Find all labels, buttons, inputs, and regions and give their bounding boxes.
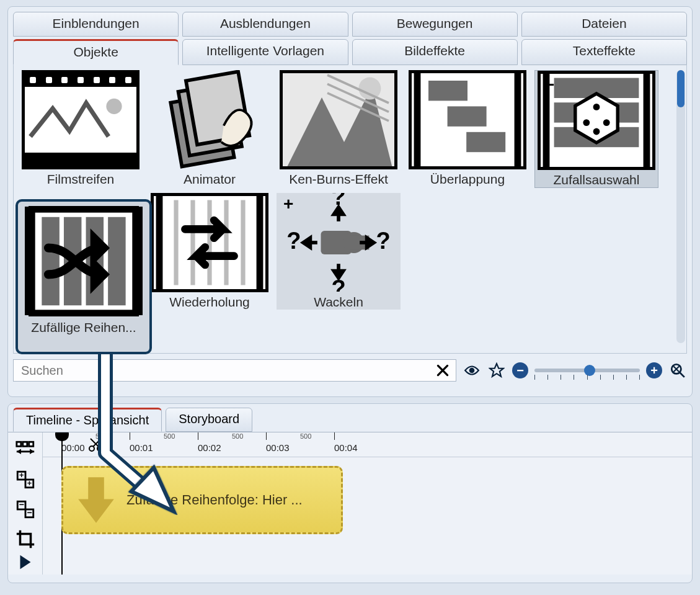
drag-arrow-icon <box>81 335 205 515</box>
animator-icon <box>151 70 268 169</box>
item-wiederholung[interactable]: Wiederholung <box>148 193 272 310</box>
svg-marker-56 <box>95 239 104 256</box>
tab-row-bottom: Objekte Intelligente Vorlagen Bildeffekt… <box>13 39 687 65</box>
item-label: Zufallsauswahl <box>535 172 658 187</box>
reset-zoom-icon[interactable] <box>668 361 687 380</box>
svg-text:−: − <box>19 499 24 509</box>
drag-card-zufaellige-reihenfolge[interactable]: Zufällige Reihen... <box>16 199 152 354</box>
svg-text:+: + <box>19 470 23 480</box>
item-animator[interactable]: Animator <box>148 70 272 188</box>
svg-rect-58 <box>16 442 20 446</box>
svg-point-0 <box>106 99 122 114</box>
shuffle-icon <box>25 207 143 315</box>
svg-marker-18 <box>575 94 618 143</box>
search-box[interactable] <box>13 359 456 382</box>
svg-point-19 <box>593 104 600 110</box>
svg-rect-11 <box>428 81 467 101</box>
svg-point-21 <box>603 119 610 126</box>
svg-rect-51 <box>42 217 59 305</box>
toolbox-scrollbar[interactable] <box>676 70 685 343</box>
svg-marker-62 <box>16 449 20 455</box>
item-ken-burns[interactable]: Ken-Burns-Effekt <box>277 70 401 188</box>
timeline-tool-column: ++ −− <box>8 432 43 575</box>
svg-point-22 <box>593 128 600 135</box>
dice-icon: − <box>538 71 655 170</box>
ruler-sublabel: 500 <box>232 432 243 440</box>
filmstrip-icon <box>22 70 140 169</box>
item-label: Wiederholung <box>148 295 272 310</box>
clear-search-icon[interactable] <box>433 361 452 380</box>
wackeln-icon: + ? ? ? ? <box>280 193 397 292</box>
zoom-out-button[interactable]: − <box>512 362 528 378</box>
tool-crop-icon[interactable] <box>12 526 39 553</box>
toolbox-panel: Einblendungen Ausblendungen Bewegungen D… <box>7 6 693 397</box>
tool-play-icon[interactable] <box>12 555 39 569</box>
item-label: Filmstreifen <box>19 172 143 187</box>
item-label: Wackeln <box>277 295 401 310</box>
tab-ausblendungen[interactable]: Ausblendungen <box>182 12 348 37</box>
tab-dateien[interactable]: Dateien <box>521 12 687 37</box>
item-filmstreifen[interactable]: Filmstreifen <box>19 70 143 188</box>
item-label: Ken-Burns-Effekt <box>277 172 401 187</box>
eye-icon[interactable] <box>463 361 481 380</box>
tab-bildeffekte[interactable]: Bildeffekte <box>352 39 518 65</box>
svg-rect-54 <box>108 217 125 305</box>
tool-add-icon[interactable]: ++ <box>12 466 39 493</box>
svg-text:?: ? <box>376 228 391 254</box>
tool-tracks-icon[interactable] <box>12 436 39 463</box>
minus-badge-icon: − <box>542 75 557 95</box>
tab-texteffekte[interactable]: Texteffekte <box>521 39 687 65</box>
repeat-icon <box>151 193 268 292</box>
svg-marker-72 <box>20 555 30 570</box>
zoom-in-button[interactable]: + <box>646 362 662 378</box>
star-icon[interactable] <box>487 361 506 380</box>
tab-intelligente-vorlagen[interactable]: Intelligente Vorlagen <box>182 39 348 65</box>
ruler-label: 00:03 <box>266 442 290 453</box>
kenburns-icon <box>280 70 397 169</box>
svg-line-47 <box>680 372 684 377</box>
plus-badge-icon: + <box>281 194 296 214</box>
svg-marker-43 <box>367 238 374 247</box>
overlap-icon <box>409 70 526 169</box>
svg-marker-55 <box>95 266 104 283</box>
drag-card-label: Zufällige Reihen... <box>23 320 144 335</box>
svg-marker-45 <box>490 364 503 377</box>
item-zufallsauswahl[interactable]: − Zufallsauswahl <box>534 70 658 188</box>
svg-text:?: ? <box>286 228 301 254</box>
svg-point-44 <box>469 368 475 374</box>
tab-einblendungen[interactable]: Einblendungen <box>13 12 179 37</box>
svg-rect-59 <box>22 442 27 446</box>
svg-point-20 <box>583 119 590 126</box>
item-ueberlappung[interactable]: Überlappung <box>405 70 529 188</box>
item-label: Animator <box>148 172 272 187</box>
item-wackeln[interactable]: + ? ? ? ? Wack <box>277 193 401 310</box>
svg-marker-41 <box>303 238 310 247</box>
tab-objekte[interactable]: Objekte <box>13 39 179 65</box>
svg-text:−: − <box>27 508 32 517</box>
zoom-slider[interactable] <box>534 369 640 372</box>
ruler-label: 00:04 <box>334 442 358 453</box>
svg-point-6 <box>358 78 381 100</box>
svg-marker-63 <box>30 449 34 455</box>
tab-row-top: Einblendungen Ausblendungen Bewegungen D… <box>13 12 687 37</box>
svg-rect-60 <box>29 442 33 446</box>
svg-rect-13 <box>466 132 505 152</box>
item-label: Überlappung <box>405 172 529 187</box>
tab-bewegungen[interactable]: Bewegungen <box>352 12 518 37</box>
svg-rect-12 <box>448 106 487 126</box>
ruler-sublabel: 500 <box>300 432 311 440</box>
svg-text:+: + <box>27 478 31 488</box>
tool-remove-icon[interactable]: −− <box>12 496 39 523</box>
